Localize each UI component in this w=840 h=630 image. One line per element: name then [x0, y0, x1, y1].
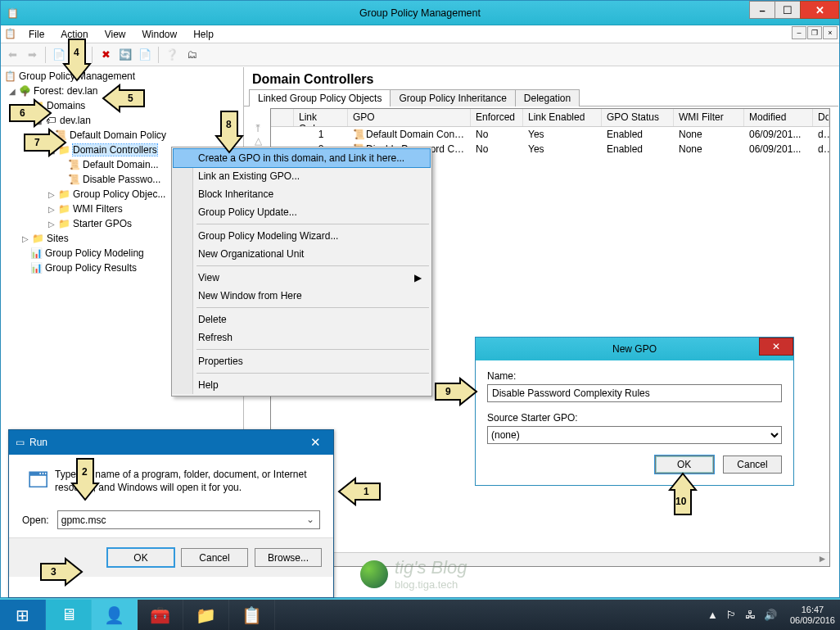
name-label: Name: — [487, 370, 782, 382]
col-link-enabled[interactable]: Link Enabled — [523, 109, 602, 126]
ctx-new-ou[interactable]: New Organizational Unit — [174, 245, 430, 263]
tab-delegation[interactable]: Delegation — [515, 89, 580, 107]
menu-window[interactable]: Window — [134, 26, 186, 43]
move-top-icon[interactable]: ⤒ — [251, 123, 265, 135]
run-close-button[interactable]: ✕ — [297, 430, 333, 455]
ok-button[interactable]: OK — [655, 456, 714, 474]
ctx-refresh[interactable]: Refresh — [174, 329, 430, 347]
folder-icon: 📁 — [57, 217, 70, 230]
col-gpo-status[interactable]: GPO Status — [602, 109, 674, 126]
tree-dd[interactable]: Default Domain... — [83, 159, 159, 170]
ctx-create-gpo[interactable]: Create a GPO in this domain, and Link it… — [174, 149, 430, 167]
col-domain[interactable]: Domain — [813, 109, 829, 126]
tab-inheritance[interactable]: Group Policy Inheritance — [390, 89, 515, 107]
forward-button[interactable]: ➡ — [23, 46, 41, 64]
copy-button[interactable]: 📋 — [70, 46, 88, 64]
tree-root[interactable]: Group Policy Management — [19, 70, 135, 82]
horizontal-scrollbar[interactable]: ◄► — [271, 552, 829, 566]
menubar: 📋 File Action View Window Help – ❐ × — [1, 25, 839, 43]
menu-action[interactable]: Action — [52, 26, 96, 43]
tree-starter[interactable]: Starter GPOs — [73, 218, 132, 229]
tree-model[interactable]: Group Policy Modeling — [45, 247, 144, 259]
tray-volume-icon[interactable]: 🔊 — [764, 609, 777, 621]
dialog-titlebar: New GPO ✕ — [476, 338, 793, 360]
refresh-button[interactable]: 🔄 — [116, 46, 134, 64]
ctx-help[interactable]: Help — [174, 376, 430, 394]
tray-network-icon[interactable]: 🖧 — [745, 609, 756, 621]
tab-linked-gpo[interactable]: Linked Group Policy Objects — [249, 89, 391, 107]
tray-flag-icon[interactable]: 🏳 — [726, 609, 737, 621]
mdi-minimize[interactable]: – — [792, 26, 806, 39]
up-button[interactable]: 📄 — [50, 46, 68, 64]
ctx-modeling-wizard[interactable]: Group Policy Modeling Wizard... — [174, 227, 430, 245]
delete-button[interactable]: ✖ — [97, 46, 115, 64]
tree-gpo[interactable]: Group Policy Objec... — [73, 188, 165, 200]
open-combobox[interactable]: gpmc.msc — [57, 510, 320, 529]
run-message: Type the name of a program, folder, docu… — [55, 468, 320, 501]
folder-icon: 📁 — [31, 99, 44, 112]
gpo-name-input[interactable] — [487, 384, 782, 402]
domain-icon: 🏷 — [44, 114, 57, 127]
tree-dc[interactable]: Domain Controllers — [73, 144, 157, 156]
ctx-link-gpo[interactable]: Link an Existing GPO... — [174, 167, 430, 185]
ctx-gp-update[interactable]: Group Policy Update... — [174, 203, 430, 221]
start-button[interactable]: ⊞ — [0, 600, 46, 630]
task-toolbox[interactable]: 🧰 — [138, 600, 183, 630]
forest-icon: 🌳 — [18, 84, 31, 97]
run-ok-button[interactable]: OK — [107, 548, 174, 567]
properties-button[interactable]: 📄 — [136, 46, 154, 64]
run-cancel-button[interactable]: Cancel — [181, 548, 248, 567]
col-modified[interactable]: Modified — [744, 109, 813, 126]
ctx-new-window[interactable]: New Window from Here — [174, 287, 430, 305]
menu-view[interactable]: View — [97, 26, 134, 43]
back-button[interactable]: ⬅ — [3, 46, 21, 64]
tray-clock[interactable]: 16:47 06/09/2016 — [790, 605, 835, 625]
move-up-icon[interactable]: △ — [251, 135, 265, 147]
mdi-restore[interactable]: ❐ — [807, 26, 822, 39]
task-explorer[interactable]: 📁 — [183, 600, 229, 630]
tree-forest[interactable]: Forest: dev.lan — [34, 85, 97, 97]
run-title-text: Run — [29, 437, 47, 448]
run-dialog: ▭ Run ✕ 🗔 Type the name of a program, fo… — [8, 429, 334, 598]
col-enforced[interactable]: Enforced — [471, 109, 523, 126]
cancel-button[interactable]: Cancel — [723, 456, 782, 474]
run-browse-button[interactable]: Browse... — [255, 548, 322, 567]
ctx-properties[interactable]: Properties — [174, 352, 430, 370]
ctx-block-inherit[interactable]: Block Inheritance — [174, 185, 430, 203]
minimize-button[interactable] — [749, 1, 775, 19]
col-wmi-filter[interactable]: WMI Filter — [674, 109, 744, 126]
new-gpo-dialog: New GPO ✕ Name: Source Starter GPO: (non… — [475, 337, 794, 486]
starter-gpo-select[interactable]: (none) — [487, 426, 782, 444]
ctx-view[interactable]: View▶ — [174, 269, 430, 287]
col-gpo[interactable]: GPO — [348, 109, 471, 126]
dialog-close-button[interactable]: ✕ — [759, 338, 793, 356]
tree-ddp[interactable]: Default Domain Policy — [70, 129, 166, 141]
tree-domains[interactable]: Domains — [47, 100, 85, 111]
report-icon: 📊 — [29, 247, 43, 260]
tray-notify-icon[interactable]: ▲ — [707, 609, 718, 621]
menu-file[interactable]: File — [20, 26, 52, 43]
tree-domain[interactable]: dev.lan — [60, 115, 91, 126]
tree-sites[interactable]: Sites — [47, 233, 69, 244]
options-button[interactable]: 🗂 — [183, 46, 201, 64]
ou-icon: 📁 — [57, 143, 70, 156]
window-controls — [750, 1, 839, 19]
table-row[interactable]: 1 📜Default Domain Controlle... No Yes En… — [271, 127, 829, 142]
close-button[interactable] — [800, 1, 839, 19]
tab-strip: Linked Group Policy Objects Group Policy… — [244, 88, 838, 107]
col-link-order[interactable]: Link Order — [294, 109, 348, 126]
tree-wmi[interactable]: WMI Filters — [73, 203, 123, 215]
task-server-manager[interactable]: 🖥 — [46, 600, 92, 630]
task-gpmc[interactable]: 📋 — [229, 600, 275, 630]
help-button[interactable]: ❔ — [163, 46, 181, 64]
report-icon: 📊 — [29, 261, 43, 274]
tree-dpw[interactable]: Disable Passwo... — [83, 174, 160, 185]
mdi-close[interactable]: × — [823, 26, 838, 39]
gpm-icon: 📋 — [3, 70, 16, 83]
maximize-button[interactable] — [775, 1, 801, 19]
tree-results[interactable]: Group Policy Results — [45, 262, 137, 274]
ctx-delete[interactable]: Delete — [174, 310, 430, 329]
gpo-icon: 📜 — [67, 173, 80, 186]
task-powershell[interactable]: 👤 — [92, 600, 138, 630]
menu-help[interactable]: Help — [185, 26, 222, 43]
